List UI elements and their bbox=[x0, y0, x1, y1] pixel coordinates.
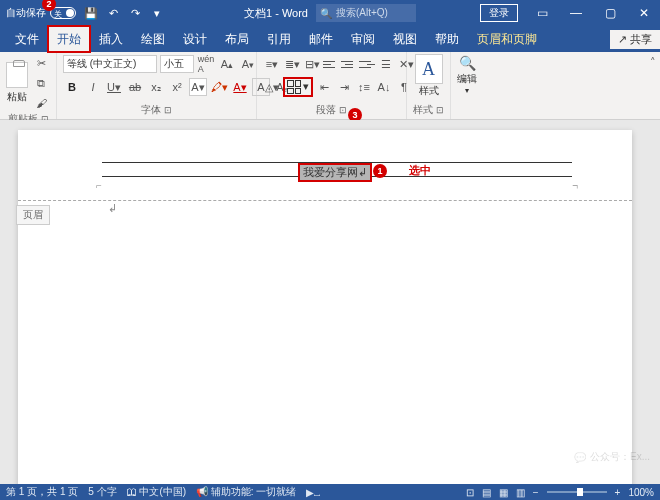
collapse-ribbon-icon[interactable]: ˄ bbox=[646, 52, 660, 119]
status-page[interactable]: 第 1 页，共 1 页 bbox=[6, 485, 78, 499]
tab-insert[interactable]: 插入 bbox=[90, 26, 132, 52]
superscript-icon[interactable]: x² bbox=[168, 78, 186, 96]
paragraph-mark: ↲ bbox=[108, 202, 117, 215]
status-words[interactable]: 5 个字 bbox=[88, 485, 116, 499]
charspacing-icon[interactable]: ✕▾ bbox=[397, 55, 415, 73]
undo-icon[interactable]: ↶ bbox=[106, 6, 120, 20]
multilevel-icon[interactable]: ⊟▾ bbox=[303, 55, 321, 73]
focus-icon[interactable]: ⊡ bbox=[466, 487, 474, 498]
sort-icon[interactable]: A↓ bbox=[375, 78, 393, 96]
title-bar: 自动保存 关 💾 ↶ ↷ ▾ 2 文档1 - Word 🔍 搜索(Alt+Q) … bbox=[0, 0, 660, 26]
search-box[interactable]: 🔍 搜索(Alt+Q) bbox=[316, 4, 416, 22]
tab-design[interactable]: 设计 bbox=[174, 26, 216, 52]
styles-gallery-icon[interactable]: A bbox=[415, 54, 443, 84]
align-left-icon[interactable] bbox=[323, 57, 339, 71]
tab-mail[interactable]: 邮件 bbox=[300, 26, 342, 52]
status-lang[interactable]: 🕮 中文(中国) bbox=[127, 485, 186, 499]
group-editing: 🔍 编辑 ▾ bbox=[451, 52, 483, 119]
text-effects-icon[interactable]: A▾ bbox=[189, 78, 207, 96]
format-painter-icon[interactable]: 🖌 bbox=[32, 94, 50, 112]
bold-icon[interactable]: B bbox=[63, 78, 81, 96]
increase-font-icon[interactable]: A▴ bbox=[218, 55, 236, 73]
tab-review[interactable]: 审阅 bbox=[342, 26, 384, 52]
autosave-toggle[interactable]: 自动保存 关 bbox=[6, 6, 76, 20]
paste-button[interactable]: 粘贴 bbox=[6, 62, 28, 104]
web-layout-icon[interactable]: ▥ bbox=[516, 487, 525, 498]
borders-icon bbox=[287, 80, 301, 94]
header-boundary bbox=[18, 200, 632, 201]
annotation-1: 1 选中 bbox=[373, 163, 431, 178]
header-tag: 页眉 bbox=[16, 205, 50, 225]
italic-icon[interactable]: I bbox=[84, 78, 102, 96]
tab-help[interactable]: 帮助 bbox=[426, 26, 468, 52]
share-button[interactable]: ↗共享 bbox=[610, 30, 660, 49]
status-accessibility[interactable]: 📢 辅助功能: 一切就绪 bbox=[196, 485, 296, 499]
ribbon-display-icon[interactable]: ▭ bbox=[526, 0, 558, 26]
save-icon[interactable]: 💾 bbox=[84, 6, 98, 20]
shading-icon[interactable]: ◬▾ bbox=[263, 78, 281, 96]
tab-file[interactable]: 文件 bbox=[6, 26, 48, 52]
status-bar: 第 1 页，共 1 页 5 个字 🕮 中文(中国) 📢 辅助功能: 一切就绪 ▶… bbox=[0, 484, 660, 500]
minimize-icon[interactable]: — bbox=[560, 0, 592, 26]
print-layout-icon[interactable]: ▤ bbox=[482, 487, 491, 498]
search-icon: 🔍 bbox=[320, 8, 332, 19]
tab-references[interactable]: 引用 bbox=[258, 26, 300, 52]
watermark: 💬 公众号：Ex... bbox=[574, 450, 650, 464]
status-right: ⊡ ▤ ▦ ▥ − + 100% bbox=[466, 487, 654, 498]
paragraph-launcher-icon[interactable]: ⊡ bbox=[339, 105, 347, 115]
tab-header-footer[interactable]: 页眉和页脚 bbox=[468, 26, 546, 52]
ribbon: 粘贴 ✂ ⧉ 🖌 剪贴板⊡ 等线 (中文正文) 小五 wénA A▴ A▾ B … bbox=[0, 52, 660, 120]
cut-icon[interactable]: ✂ bbox=[32, 54, 50, 72]
autosave-label: 自动保存 bbox=[6, 6, 46, 20]
group-paragraph: ≡▾ ≣▾ ⊟▾ ☰ ✕▾ ◬▾ ▾ ⇤ ⇥ ↕≡ A↓ ¶ bbox=[257, 52, 407, 119]
grow-font-icon[interactable]: wénA bbox=[197, 55, 215, 73]
tab-home[interactable]: 开始 bbox=[48, 26, 90, 52]
group-font: 等线 (中文正文) 小五 wénA A▴ A▾ B I U▾ ab x₂ x² … bbox=[57, 52, 257, 119]
styles-launcher-icon[interactable]: ⊡ bbox=[436, 105, 444, 115]
borders-button[interactable]: ▾ bbox=[283, 77, 313, 97]
line-spacing-icon[interactable]: ↕≡ bbox=[355, 78, 373, 96]
font-name-combo[interactable]: 等线 (中文正文) bbox=[63, 55, 157, 73]
zoom-in-icon[interactable]: + bbox=[615, 487, 621, 498]
status-macro-icon[interactable]: ▶⎵ bbox=[306, 487, 320, 498]
find-icon[interactable]: 🔍 bbox=[458, 54, 476, 72]
clipboard-icon bbox=[6, 62, 28, 88]
font-size-combo[interactable]: 小五 bbox=[160, 55, 194, 73]
font-color-icon[interactable]: A▾ bbox=[231, 78, 249, 96]
group-label-font: 字体 bbox=[141, 103, 161, 117]
underline-icon[interactable]: U▾ bbox=[105, 78, 123, 96]
tab-view[interactable]: 视图 bbox=[384, 26, 426, 52]
align-dist-icon[interactable]: ☰ bbox=[377, 55, 395, 73]
show-marks-icon[interactable]: ¶ bbox=[395, 78, 413, 96]
highlight-icon[interactable]: 🖍▾ bbox=[210, 78, 228, 96]
page[interactable]: 我爱分享网↲ 1 选中 ⌐¬ 页眉 ↲ bbox=[18, 130, 632, 484]
title-right: 登录 ▭ — ▢ ✕ bbox=[480, 0, 660, 26]
maximize-icon[interactable]: ▢ bbox=[594, 0, 626, 26]
close-icon[interactable]: ✕ bbox=[628, 0, 660, 26]
tab-draw[interactable]: 绘图 bbox=[132, 26, 174, 52]
bullets-icon[interactable]: ≡▾ bbox=[263, 55, 281, 73]
decrease-font-icon[interactable]: A▾ bbox=[239, 55, 257, 73]
increase-indent-icon[interactable]: ⇥ bbox=[335, 78, 353, 96]
margin-marks: ⌐¬ bbox=[18, 180, 632, 190]
zoom-out-icon[interactable]: − bbox=[533, 487, 539, 498]
chevron-down-icon: ▾ bbox=[465, 86, 469, 95]
editing-label[interactable]: 编辑 bbox=[457, 72, 477, 86]
read-mode-icon[interactable]: ▦ bbox=[499, 487, 508, 498]
strike-icon[interactable]: ab bbox=[126, 78, 144, 96]
decrease-indent-icon[interactable]: ⇤ bbox=[315, 78, 333, 96]
login-button[interactable]: 登录 bbox=[480, 4, 518, 22]
copy-icon[interactable]: ⧉ bbox=[32, 74, 50, 92]
customize-qat-icon[interactable]: ▾ bbox=[150, 6, 164, 20]
subscript-icon[interactable]: x₂ bbox=[147, 78, 165, 96]
align-right-icon[interactable] bbox=[359, 57, 375, 71]
numbering-icon[interactable]: ≣▾ bbox=[283, 55, 301, 73]
annotation-badge-1: 1 bbox=[373, 164, 387, 178]
font-launcher-icon[interactable]: ⊡ bbox=[164, 105, 172, 115]
align-center-icon[interactable] bbox=[341, 57, 357, 71]
wechat-icon: 💬 bbox=[574, 452, 586, 463]
zoom-level[interactable]: 100% bbox=[628, 487, 654, 498]
zoom-slider[interactable] bbox=[547, 491, 607, 493]
redo-icon[interactable]: ↷ bbox=[128, 6, 142, 20]
tab-layout[interactable]: 布局 bbox=[216, 26, 258, 52]
